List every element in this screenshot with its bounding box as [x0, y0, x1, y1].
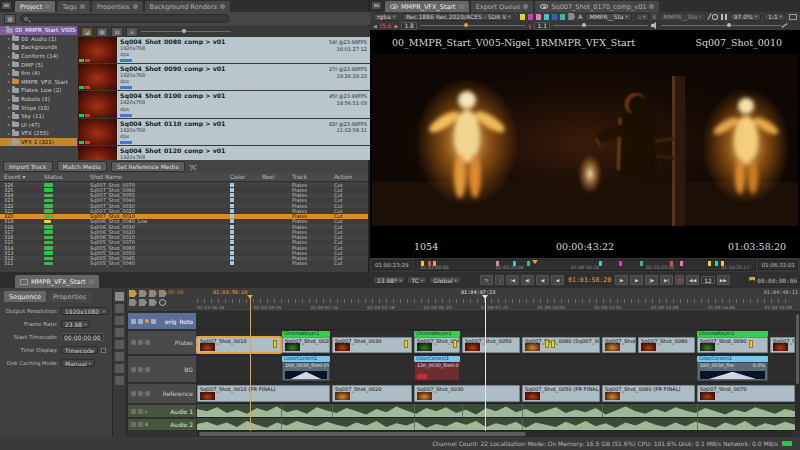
tag-button[interactable] — [139, 290, 147, 297]
gain-down-icon[interactable]: ◀ — [373, 23, 377, 29]
clip-list-item[interactable]: Sq004_Shot_0100_comp > v011920x768dpx 45… — [78, 91, 370, 117]
gain-field[interactable]: 1.8 — [401, 22, 417, 30]
timeline-clip[interactable]: Sq007_Shot_0080 — [638, 337, 695, 353]
frame-increment-field[interactable]: 12 — [701, 276, 715, 284]
tab-export-queue[interactable]: Export Queue — [471, 1, 534, 12]
timeline-clip[interactable]: Sq007_Shot_0070 — [602, 337, 636, 353]
range-select[interactable]: Global▾ — [429, 276, 460, 284]
timeline-clip[interactable]: Sq007_Shot_0020 — [332, 385, 412, 402]
track-header[interactable]: Plates — [127, 330, 197, 355]
zoom-select[interactable]: 97.0%▾ — [730, 13, 761, 21]
close-icon[interactable] — [133, 4, 138, 9]
bin-item[interactable]: ▸Plates_Low (2) — [0, 86, 77, 95]
in-point-button[interactable]: I — [495, 275, 504, 285]
loop-button[interactable]: ↻ — [480, 275, 493, 285]
bin-item[interactable]: ▸DMP (5) — [0, 60, 77, 69]
visibility-icon[interactable] — [138, 391, 143, 396]
gain-up-icon[interactable]: ▶ — [395, 23, 399, 29]
razor-tool-icon[interactable] — [115, 364, 124, 373]
detail-view-icon[interactable]: ▤ — [111, 27, 123, 37]
slide-tool-icon[interactable] — [115, 340, 124, 349]
tab-sequence-mmpr-vfx-start[interactable]: MMPR_VFX_Start — [15, 275, 99, 288]
fps-select[interactable]: 23.98*▾ — [373, 276, 405, 284]
speaker-icon[interactable] — [651, 22, 658, 29]
bin-item-sequence[interactable]: ▸MMPR_VFX_Start — [0, 78, 77, 87]
grid-view-icon[interactable]: ▦ — [4, 14, 16, 24]
viewer-timeline-scrubber[interactable]: 01:02:00:0001:03:26:0601:06:56:1601:10:2… — [414, 259, 757, 271]
tag-button[interactable] — [129, 290, 137, 297]
clip-list-item[interactable]: Sq004_Shot_0110_comp > v011920x768dpx 82… — [78, 119, 370, 145]
timeline-clip[interactable]: Sq007_Shot_0090 — [697, 337, 768, 353]
timeline-clip[interactable]: Sq007_Shot_0050 (PR FINAL) — [522, 385, 600, 402]
lock-icon[interactable] — [131, 391, 136, 396]
timeline-clip[interactable]: 160_0030_fire0.0% — [697, 362, 768, 381]
bin-item[interactable]: ▸Sky (11) — [0, 112, 77, 121]
table-row[interactable]: 311Sq005_Shot_0040PlatesCut — [0, 261, 368, 266]
thumbnail-view-icon[interactable]: ▦ — [96, 27, 108, 37]
scrub-playhead[interactable] — [532, 260, 538, 264]
volume-slider[interactable] — [661, 25, 781, 26]
jump-forward-button[interactable]: ▶▶ — [717, 275, 730, 285]
input-a-select[interactable]: MMPR__Sta▾ — [585, 13, 631, 21]
tag-teal-icon[interactable] — [560, 14, 565, 20]
tag-magenta-icon[interactable] — [528, 14, 533, 20]
visibility-icon[interactable] — [138, 319, 143, 324]
bin-item[interactable]: ▸UI (47) — [0, 121, 77, 130]
time-display-select[interactable]: Timecode — [61, 346, 98, 354]
output-resolution-select[interactable]: 1920x1080 HD_10▾ — [61, 307, 109, 315]
bin-item[interactable]: ▸Robots (3) — [0, 95, 77, 104]
move-tool-icon[interactable] — [115, 304, 124, 313]
add-tag-icon[interactable] — [568, 13, 575, 20]
play-button[interactable]: ▶ — [615, 275, 628, 285]
search-input[interactable] — [20, 14, 230, 23]
bin-item[interactable]: ▸fire (4) — [0, 69, 77, 78]
frame-rate-select[interactable]: 23.98▾ — [61, 320, 90, 328]
timeline-clip[interactable]: Sq007_Shot_0070 — [697, 385, 795, 402]
timeline-clip[interactable]: 130_0030_fire0.0% — [414, 362, 460, 381]
tag-yellow-icon[interactable] — [520, 14, 525, 20]
sync-lock-icon[interactable] — [159, 299, 166, 306]
timeline-playhead[interactable] — [250, 296, 251, 431]
visibility-icon[interactable] — [138, 340, 143, 345]
timeline-clip[interactable]: Sq007_Shot_0030 — [414, 385, 520, 402]
multi-tool-icon[interactable] — [115, 292, 124, 301]
gamma-slider[interactable] — [553, 25, 648, 26]
tab-background-renders[interactable]: Background Renders — [145, 1, 230, 12]
clip-list-item[interactable]: Sq004_Shot_0080_comp > v011920x768dpx 54… — [78, 37, 370, 63]
roll-tool-icon[interactable] — [115, 352, 124, 361]
track-header[interactable]: RAudio 2 — [127, 418, 197, 431]
timeline-clip[interactable]: Sq007_Shot_0020 — [282, 337, 330, 353]
bin-item-root[interactable]: ▾00_MMPR_Start_V005-Nigel_1R — [0, 26, 77, 35]
track-body[interactable] — [197, 404, 795, 418]
set-reference-media-button[interactable]: Set Reference Media — [111, 161, 185, 172]
close-icon[interactable] — [459, 4, 464, 9]
track-body[interactable] — [197, 418, 795, 431]
timeline-clip[interactable]: Sq007_Shot_0010 (PR FINAL) — [197, 385, 330, 402]
timeline-ruler[interactable]: 01:03:58:08 01:03:58:20 01:04:07:23 01:0… — [127, 288, 800, 312]
track-header[interactable]: Reference — [127, 383, 197, 404]
close-icon[interactable] — [80, 4, 85, 9]
close-icon[interactable] — [89, 279, 94, 284]
viewer-canvas[interactable]: 00_MMPR_Start_V005-Nigel_1RMMPR_VFX_Star… — [370, 30, 800, 258]
tag-button[interactable] — [149, 299, 157, 306]
clip-list-item[interactable]: Sq004_Shot_0090_comp > v011920x768dpx 27… — [78, 64, 370, 90]
next-edit-button[interactable]: |▶ — [645, 275, 658, 285]
bin-item[interactable]: ▸Ships (10) — [0, 103, 77, 112]
slip-tool-icon[interactable] — [115, 328, 124, 337]
current-timecode[interactable]: 01:03:58:20 — [566, 276, 613, 284]
disk-caching-select[interactable]: Manual▾ — [61, 359, 95, 367]
close-icon[interactable] — [523, 4, 528, 9]
bin-item-selected[interactable]: ▸VFX 1 (321) — [0, 138, 77, 147]
timeline-marker-playhead[interactable] — [485, 296, 486, 431]
thumbnail-toggle-icon[interactable] — [145, 340, 150, 345]
gain-slider[interactable] — [420, 25, 525, 26]
tag-button[interactable] — [129, 299, 137, 306]
tab-project[interactable]: Project — [15, 1, 55, 12]
timeline-clip-selected[interactable]: Sq007_Shot_0010 — [197, 337, 281, 353]
mute-icon[interactable] — [138, 422, 143, 427]
tab-sequence[interactable]: Sequence — [4, 291, 46, 302]
tag-cyan-icon[interactable] — [544, 14, 549, 20]
mute-icon[interactable] — [138, 409, 143, 414]
skip-to-start-button[interactable]: |◀ — [506, 275, 519, 285]
input-b-select[interactable]: MMPR__Sta▾ — [659, 13, 705, 21]
